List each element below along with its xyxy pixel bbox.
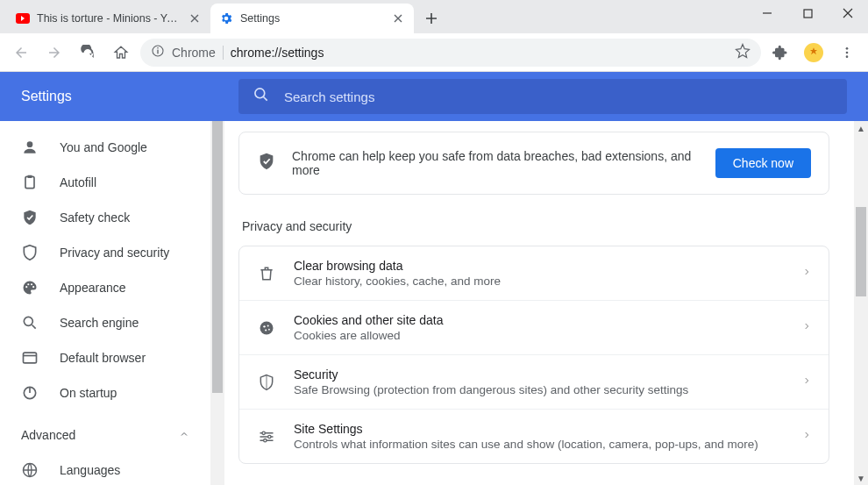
shield-check-icon — [21, 209, 39, 226]
svg-point-24 — [262, 432, 265, 434]
svg-rect-3 — [157, 47, 158, 48]
sidebar-item-default-browser[interactable]: Default browser — [0, 340, 210, 375]
browser-icon — [21, 349, 39, 367]
home-button[interactable] — [107, 39, 135, 67]
sliders-icon — [257, 427, 276, 446]
chevron-right-icon — [802, 374, 811, 390]
row-security[interactable]: SecuritySafe Browsing (protection from d… — [239, 354, 829, 409]
sidebar-item-label: Appearance — [60, 281, 126, 295]
shield-check-icon — [257, 152, 276, 175]
svg-point-7 — [255, 89, 265, 98]
svg-rect-10 — [28, 175, 32, 178]
svg-point-6 — [846, 55, 849, 58]
row-title: Site Settings — [294, 422, 785, 436]
youtube-icon — [16, 11, 30, 25]
omnibox[interactable]: Chrome chrome://settings — [140, 39, 761, 67]
svg-rect-2 — [157, 50, 158, 54]
sidebar-advanced-label: Advanced — [21, 428, 75, 442]
sidebar-item-label: Languages — [60, 463, 120, 477]
content-scrollbar[interactable]: ▲ ▼ — [854, 121, 868, 485]
close-icon[interactable] — [391, 11, 405, 25]
sidebar-item-label: Privacy and security — [60, 246, 169, 260]
clipboard-icon — [21, 174, 39, 191]
maximize-button[interactable] — [787, 0, 828, 26]
search-icon — [21, 314, 39, 332]
safety-check-banner: Chrome can help keep you safe from data … — [238, 132, 829, 195]
row-cookies[interactable]: Cookies and other site dataCookies are a… — [239, 300, 829, 354]
chevron-up-icon — [179, 428, 189, 442]
sidebar-item-label: On startup — [60, 386, 117, 400]
page-title: Settings — [21, 89, 238, 104]
settings-header: Settings — [0, 72, 868, 121]
sidebar-advanced-toggle[interactable]: Advanced — [0, 417, 210, 453]
check-now-button[interactable]: Check now — [715, 148, 811, 178]
svg-point-26 — [264, 439, 267, 441]
tab-title: This is torture - Minions - YouTube — [37, 12, 181, 25]
sidebar-item-label: You and Google — [60, 140, 147, 154]
url-text: chrome://settings — [231, 46, 324, 60]
row-site-settings[interactable]: Site SettingsControls what information s… — [239, 409, 829, 463]
sidebar-scroll-thumb[interactable] — [212, 121, 223, 393]
power-icon — [21, 384, 39, 402]
extensions-button[interactable] — [766, 39, 794, 67]
sidebar-item-search-engine[interactable]: Search engine — [0, 305, 210, 340]
search-icon — [253, 86, 270, 107]
trash-icon — [257, 264, 276, 283]
close-window-button[interactable] — [828, 0, 868, 26]
sidebar-item-appearance[interactable]: Appearance — [0, 270, 210, 305]
settings-content: Chrome can help keep you safe from data … — [224, 121, 854, 485]
chevron-right-icon — [802, 320, 811, 336]
url-divider — [223, 46, 224, 60]
cookie-icon — [257, 318, 276, 338]
sidebar-item-label: Autofill — [60, 175, 96, 189]
back-button[interactable] — [7, 39, 35, 67]
site-info-icon[interactable] — [151, 44, 165, 61]
minimize-button[interactable] — [747, 0, 787, 26]
safety-banner-text: Chrome can help keep you safe from data … — [292, 149, 700, 177]
svg-point-23 — [268, 328, 270, 330]
row-clear-browsing-data[interactable]: Clear browsing dataClear history, cookie… — [239, 246, 829, 300]
sidebar-item-on-startup[interactable]: On startup — [0, 375, 210, 410]
section-title: Privacy and security — [242, 219, 829, 233]
person-icon — [21, 139, 39, 156]
svg-point-20 — [263, 325, 265, 327]
window-controls — [747, 0, 868, 26]
tab-youtube[interactable]: This is torture - Minions - YouTube — [7, 4, 210, 33]
sidebar-item-you-and-google[interactable]: You and Google — [0, 130, 210, 165]
close-icon[interactable] — [188, 11, 202, 25]
sidebar-item-autofill[interactable]: Autofill — [0, 165, 210, 200]
svg-point-12 — [27, 283, 29, 285]
row-title: Cookies and other site data — [294, 313, 785, 327]
sidebar-item-languages[interactable]: Languages — [0, 453, 210, 485]
reload-button[interactable] — [74, 39, 102, 67]
row-subtitle: Safe Browsing (protection from dangerous… — [294, 383, 785, 396]
content-scroll-thumb[interactable] — [856, 207, 866, 296]
svg-point-14 — [32, 286, 34, 288]
forward-button[interactable] — [40, 39, 68, 67]
browser-menu-button[interactable] — [833, 39, 861, 67]
settings-search-input[interactable] — [284, 89, 833, 104]
row-title: Security — [294, 367, 785, 382]
sidebar-item-safety-check[interactable]: Safety check — [0, 200, 210, 235]
tab-settings[interactable]: Settings — [210, 4, 414, 33]
row-subtitle: Clear history, cookies, cache, and more — [294, 275, 785, 288]
sidebar-item-privacy[interactable]: Privacy and security — [0, 235, 210, 270]
settings-search[interactable] — [238, 79, 847, 114]
svg-rect-0 — [804, 10, 812, 18]
tab-title: Settings — [240, 12, 384, 25]
sidebar-scrollbar[interactable] — [210, 121, 224, 485]
row-subtitle: Controls what information sites can use … — [294, 438, 785, 451]
bookmark-star-icon[interactable] — [735, 43, 751, 61]
svg-point-4 — [846, 47, 849, 50]
settings-body: You and Google Autofill Safety check Pri… — [0, 121, 868, 485]
profile-button[interactable] — [800, 39, 828, 67]
sidebar-item-label: Search engine — [60, 316, 139, 330]
globe-icon — [21, 461, 39, 479]
sidebar-item-label: Default browser — [60, 351, 146, 365]
scroll-down-icon[interactable]: ▼ — [854, 471, 868, 485]
scroll-up-icon[interactable]: ▲ — [854, 121, 868, 135]
new-tab-button[interactable] — [419, 6, 444, 31]
svg-point-21 — [267, 325, 269, 326]
gear-icon — [219, 11, 233, 25]
svg-point-5 — [846, 51, 849, 53]
